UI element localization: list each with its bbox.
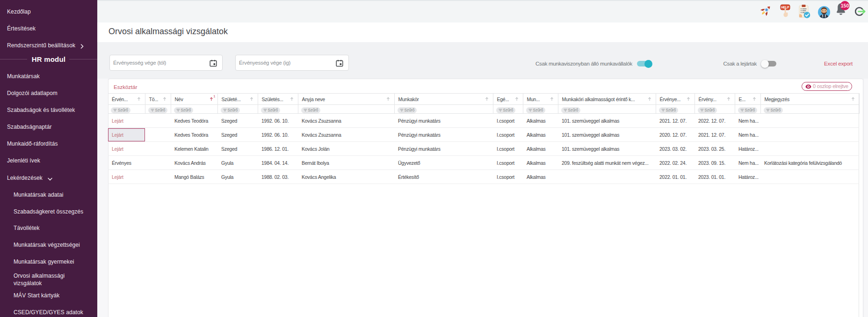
svg-text:150: 150	[841, 3, 849, 8]
